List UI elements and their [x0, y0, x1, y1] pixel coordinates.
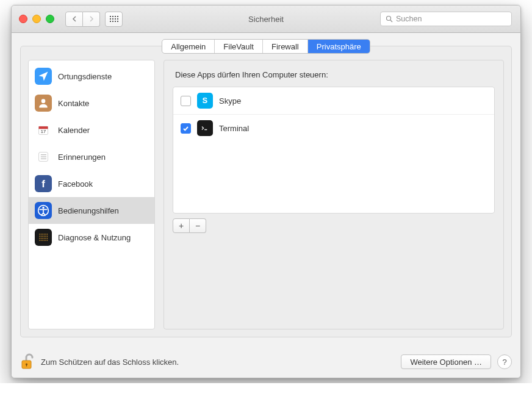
window-body: AllgemeinFileVaultFirewallPrivatsphäre O…: [12, 33, 520, 346]
svg-rect-17: [45, 234, 46, 234]
minimize-window-button[interactable]: [32, 15, 41, 23]
sidebar-item-kontakte[interactable]: Kontakte: [29, 90, 154, 117]
privacy-panel: OrtungsdiensteKontakte17KalenderErinneru…: [20, 46, 512, 337]
svg-rect-28: [44, 238, 45, 239]
svg-rect-25: [39, 238, 40, 239]
svg-rect-18: [47, 234, 48, 234]
sidebar-item-kalender[interactable]: 17Kalender: [29, 117, 154, 143]
location-icon: [35, 68, 52, 85]
app-permission-heading: Diese Apps dürfen Ihren Computer steuern…: [175, 70, 492, 79]
sidebar-item-label: Kalender: [58, 126, 90, 135]
svg-point-0: [387, 16, 391, 21]
facebook-icon: f: [37, 178, 49, 190]
contacts-icon: [35, 95, 52, 112]
sidebar-item-facebook[interactable]: fFacebook: [29, 170, 154, 197]
svg-text:S: S: [203, 96, 207, 105]
svg-rect-21: [42, 236, 43, 237]
svg-rect-14: [41, 234, 41, 234]
add-app-button[interactable]: +: [173, 218, 190, 233]
svg-rect-36: [47, 240, 48, 240]
search-input[interactable]: Suchen: [380, 12, 512, 26]
accessibility-icon: [35, 202, 52, 219]
window-frame: Sicherheit Suchen AllgemeinFileVaultFire…: [11, 5, 521, 378]
svg-rect-27: [42, 238, 43, 239]
sidebar-item-label: Kontakte: [58, 99, 89, 108]
sidebar-item-label: Bedienungshilfen: [58, 206, 119, 215]
svg-rect-23: [45, 236, 46, 237]
terminal-icon: [197, 120, 213, 136]
svg-rect-34: [44, 240, 45, 240]
calendar-icon: 17: [35, 121, 52, 138]
diagnostics-icon: [37, 231, 49, 243]
terminal-icon: [199, 122, 211, 134]
sidebar-item-diagnose-nutzung[interactable]: Diagnose & Nutzung: [29, 224, 154, 251]
svg-rect-19: [39, 236, 40, 237]
help-button[interactable]: ?: [497, 354, 512, 369]
reminders-icon: [35, 148, 52, 165]
app-label: Terminal: [219, 124, 249, 133]
reminders-icon: [37, 151, 49, 163]
skype-icon: S: [197, 93, 213, 109]
forward-button[interactable]: [83, 12, 100, 27]
svg-rect-15: [42, 234, 43, 234]
sidebar-item-label: Ortungsdienste: [58, 72, 112, 81]
tab-allgemein[interactable]: Allgemein: [162, 40, 215, 53]
location-icon: [37, 70, 49, 82]
contacts-icon: [37, 97, 49, 109]
svg-rect-32: [41, 240, 41, 240]
app-row-skype[interactable]: SSkype: [173, 87, 494, 115]
allowed-apps-list: SSkypeTerminal: [173, 87, 495, 214]
privacy-category-list: OrtungsdiensteKontakte17KalenderErinneru…: [28, 60, 155, 329]
skype-icon: S: [199, 95, 211, 107]
svg-rect-20: [41, 236, 41, 237]
tab-firewall[interactable]: Firewall: [263, 40, 308, 53]
tab-privatsphäre[interactable]: Privatsphäre: [308, 40, 370, 53]
app-permission-checkbox[interactable]: [181, 96, 191, 106]
svg-point-11: [42, 207, 44, 209]
lock-toggle[interactable]: Zum Schützen auf das Schloss klicken.: [20, 353, 179, 370]
back-button[interactable]: [65, 12, 83, 27]
sidebar-item-label: Erinnerungen: [58, 153, 106, 162]
svg-rect-43: [26, 364, 27, 367]
app-permission-checkbox[interactable]: [181, 123, 191, 134]
svg-line-1: [390, 20, 392, 22]
svg-rect-31: [39, 240, 40, 240]
app-row-terminal[interactable]: Terminal: [173, 115, 494, 142]
svg-rect-16: [44, 234, 45, 234]
tabs: AllgemeinFileVaultFirewallPrivatsphäre: [162, 39, 370, 54]
show-all-prefs-button[interactable]: [105, 12, 123, 27]
sidebar-item-bedienungshilfen[interactable]: Bedienungshilfen: [29, 197, 154, 224]
grid-icon: [110, 16, 118, 22]
diagnostics-icon: [35, 229, 52, 246]
svg-rect-29: [45, 238, 46, 239]
svg-rect-26: [41, 238, 41, 239]
sidebar-item-label: Diagnose & Nutzung: [58, 233, 131, 242]
sidebar-item-ortungsdienste[interactable]: Ortungsdienste: [29, 63, 154, 90]
svg-rect-35: [45, 240, 46, 240]
svg-rect-39: [200, 124, 210, 133]
traffic-lights: [19, 15, 54, 23]
tab-filevault[interactable]: FileVault: [215, 40, 263, 53]
close-window-button[interactable]: [19, 15, 27, 23]
svg-text:17: 17: [41, 129, 46, 134]
svg-rect-30: [47, 238, 48, 239]
titlebar: Sicherheit Suchen: [12, 5, 520, 33]
chevron-left-icon: [72, 16, 77, 22]
svg-rect-12: [38, 232, 49, 243]
accessibility-icon: [37, 204, 49, 217]
zoom-window-button[interactable]: [46, 15, 54, 23]
svg-rect-24: [47, 236, 48, 237]
svg-rect-33: [42, 240, 43, 240]
svg-rect-22: [44, 236, 45, 237]
lock-open-icon: [20, 353, 35, 370]
facebook-icon: f: [35, 175, 52, 192]
more-options-button[interactable]: Weitere Optionen …: [401, 354, 491, 369]
remove-app-button[interactable]: −: [190, 218, 206, 233]
check-icon: [182, 125, 189, 132]
svg-text:f: f: [41, 178, 45, 190]
sidebar-item-erinnerungen[interactable]: Erinnerungen: [29, 143, 154, 170]
lock-hint-text: Zum Schützen auf das Schloss klicken.: [41, 358, 179, 367]
calendar-icon: 17: [37, 124, 49, 136]
search-icon: [386, 15, 393, 23]
sidebar-item-label: Facebook: [58, 179, 93, 189]
